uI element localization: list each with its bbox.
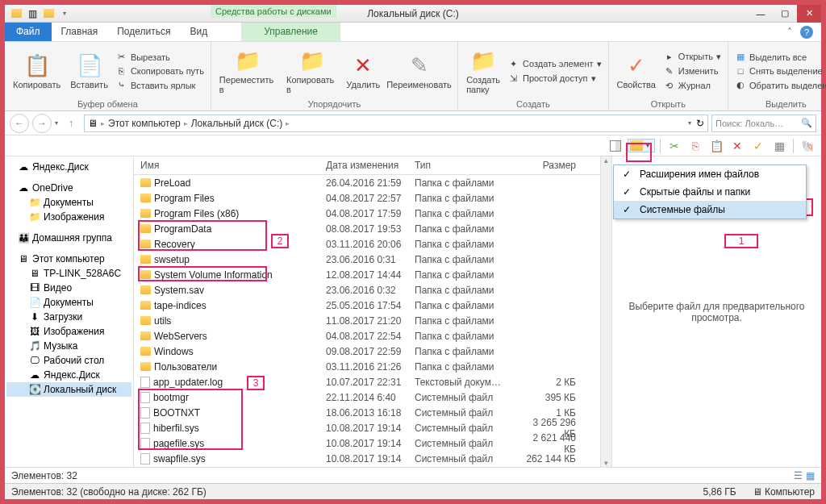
file-row[interactable]: PreLoad26.04.2016 21:59Папка с файлами <box>134 175 600 190</box>
cut-icon[interactable]: ✂ <box>665 137 683 155</box>
tree-item[interactable]: ☁Яндекс.Диск <box>6 368 131 382</box>
confirm-icon[interactable]: ✓ <box>749 137 767 155</box>
breadcrumb[interactable]: Этот компьютер <box>108 118 181 129</box>
recent-dropdown-icon[interactable]: ▾ <box>55 119 58 127</box>
copy-to-button[interactable]: 📁Копировать в <box>282 47 343 96</box>
tab-manage[interactable]: Управление <box>241 23 340 41</box>
paste-button[interactable]: 📄Вставить <box>65 52 113 91</box>
new-item-button[interactable]: ✦Создать элемент ▾ <box>505 57 605 71</box>
tab-home[interactable]: Главная <box>52 23 108 41</box>
maximize-button[interactable]: ▢ <box>773 5 797 23</box>
search-input[interactable]: Поиск: Локаль… 🔍 <box>711 115 816 132</box>
tree-item[interactable]: 🖵Рабочий стол <box>6 353 131 368</box>
tree-item[interactable]: ☁Яндекс.Диск <box>6 160 131 174</box>
file-row[interactable]: Program Files04.08.2017 22:57Папка с фай… <box>134 190 600 206</box>
file-row[interactable]: swsetup23.06.2016 0:31Папка с файлами <box>134 252 600 267</box>
menu-item-extensions[interactable]: ✓ Расширения имен файлов <box>614 165 806 183</box>
view-mode-icon[interactable]: ▦ <box>770 137 788 155</box>
delete-icon[interactable]: ✕ <box>728 137 746 155</box>
minimize-button[interactable]: — <box>749 5 773 23</box>
new-folder-button[interactable]: 📁Создать папку <box>461 47 505 96</box>
tree-item[interactable]: 🖥TP-LINK_528A6C <box>6 266 131 281</box>
copy-path-button[interactable]: ⎘Скопировать путь <box>113 65 207 77</box>
col-date[interactable]: Дата изменения <box>326 160 415 171</box>
help-icon[interactable]: ? <box>800 26 813 39</box>
tree-item[interactable]: 🎞Видео <box>6 281 131 295</box>
folder-icon <box>140 209 151 218</box>
tab-view[interactable]: Вид <box>180 23 217 41</box>
file-tab[interactable]: Файл <box>5 23 52 41</box>
icons-view-icon[interactable]: ▦ <box>806 470 815 481</box>
view-options-button[interactable]: ▼ <box>628 139 655 152</box>
up-button[interactable]: ↑ <box>61 114 81 133</box>
file-row[interactable]: utils11.08.2017 21:20Папка с файлами <box>134 313 600 328</box>
breadcrumb[interactable]: Локальный диск (C:) <box>191 118 283 129</box>
tree-item[interactable]: 🖥Этот компьютер <box>6 252 131 266</box>
shell-icon[interactable]: 🐚 <box>799 137 816 155</box>
app-icon <box>10 7 23 20</box>
tree-item[interactable]: 💽Локальный диск <box>6 382 131 397</box>
delete-button[interactable]: ✕Удалить <box>343 52 384 91</box>
tree-item[interactable]: 👪Домашняя группа <box>6 231 131 245</box>
context-tools-label: Средства работы с дисками <box>211 5 336 18</box>
tree-item[interactable]: 📁Изображения <box>6 210 131 224</box>
file-row[interactable]: Windows09.08.2017 22:59Папка с файлами <box>134 344 600 359</box>
easy-access-button[interactable]: ⇲Простой доступ ▾ <box>505 72 605 85</box>
col-name[interactable]: Имя <box>140 160 326 171</box>
file-row[interactable]: System Volume Information12.08.2017 14:4… <box>134 267 600 282</box>
copy-button[interactable]: 📋Копировать <box>8 52 65 91</box>
tree-item[interactable]: 🖼Изображения <box>6 324 131 339</box>
tree-item[interactable]: 🎵Музыка <box>6 339 131 353</box>
ribbon-group-open: ✓Свойства ▸Открыть ▾ ✎Изменить ⟲Журнал О… <box>609 42 729 110</box>
open-button[interactable]: ▸Открыть ▾ <box>661 50 724 64</box>
address-bar[interactable]: 🖥 ▸ Этот компьютер ▸ Локальный диск (C:)… <box>84 115 708 132</box>
check-icon: ✓ <box>620 204 633 215</box>
file-row[interactable]: Program Files (x86)04.08.2017 17:59Папка… <box>134 206 600 221</box>
tree-item[interactable]: 📁Документы <box>6 195 131 210</box>
qat-dropdown-icon[interactable]: ▾ <box>58 7 71 20</box>
select-none-button[interactable]: □Снять выделение <box>732 65 826 77</box>
menu-item-system[interactable]: ✓ Системные файлы <box>614 201 806 219</box>
select-all-button[interactable]: ▦Выделить все <box>732 50 826 64</box>
view-options-menu: ✓ Расширения имен файлов ✓ Скрытые файлы… <box>613 165 807 219</box>
tab-share[interactable]: Поделиться <box>107 23 180 41</box>
address-dropdown-icon[interactable]: ▾ <box>688 119 691 127</box>
close-button[interactable]: ✕ <box>797 5 821 23</box>
refresh-button[interactable]: ↻ <box>696 118 704 129</box>
cut-button[interactable]: ✂Вырезать <box>113 50 207 64</box>
file-row[interactable]: Пользователи03.11.2016 21:26Папка с файл… <box>134 359 600 374</box>
collapse-ribbon-icon[interactable]: ˄ <box>787 27 792 38</box>
edit-button[interactable]: ✎Изменить <box>661 65 724 78</box>
file-row[interactable]: pagefile.sys10.08.2017 19:14Системный фа… <box>134 435 600 451</box>
paste-shortcut-button[interactable]: ⤷Вставить ярлык <box>113 78 207 92</box>
back-button[interactable]: ← <box>10 114 29 133</box>
file-row[interactable]: bootmgr22.11.2014 6:40Системный файл395 … <box>134 389 600 405</box>
col-size[interactable]: Размер <box>519 160 584 171</box>
file-row[interactable]: Recovery03.11.2016 20:06Папка с файлами <box>134 236 600 252</box>
history-button[interactable]: ⟲Журнал <box>661 79 724 93</box>
col-type[interactable]: Тип <box>415 160 519 171</box>
details-view-icon[interactable]: ☰ <box>794 470 803 481</box>
status-size: 5,86 ГБ <box>703 486 736 498</box>
tree-item[interactable]: ☁OneDrive <box>6 181 131 195</box>
file-row[interactable]: app_updater.log10.07.2017 22:31Текстовый… <box>134 374 600 389</box>
qat-properties-icon[interactable]: ▥ <box>26 7 39 20</box>
file-row[interactable]: swapfile.sys10.08.2017 19:14Системный фа… <box>134 451 600 466</box>
rename-button[interactable]: ✎Переименовать <box>384 52 454 91</box>
qat-folder-icon[interactable] <box>42 7 55 20</box>
file-row[interactable]: ProgramData08.08.2017 19:53Папка с файла… <box>134 221 600 236</box>
menu-item-hidden[interactable]: ✓ Скрытые файлы и папки <box>614 183 806 201</box>
copy-icon[interactable]: ⎘ <box>686 137 704 155</box>
file-row[interactable]: tape-indices25.05.2016 17:54Папка с файл… <box>134 298 600 313</box>
move-to-button[interactable]: 📁Переместить в <box>215 47 282 96</box>
file-row[interactable]: WebServers04.08.2017 22:54Папка с файлам… <box>134 328 600 344</box>
paste-icon[interactable]: 📋 <box>707 137 725 155</box>
tree-item[interactable]: ⬇Загрузки <box>6 310 131 324</box>
invert-selection-button[interactable]: ◐Обратить выделение <box>732 78 826 92</box>
tree-item[interactable]: 📄Документы <box>6 295 131 310</box>
layout-icon[interactable] <box>607 137 624 155</box>
vertical-scrollbar[interactable]: ▴▾ <box>600 156 611 467</box>
properties-button[interactable]: ✓Свойства <box>612 52 661 91</box>
forward-button[interactable]: → <box>32 114 52 133</box>
file-row[interactable]: System.sav23.06.2016 0:32Папка с файлами <box>134 282 600 298</box>
